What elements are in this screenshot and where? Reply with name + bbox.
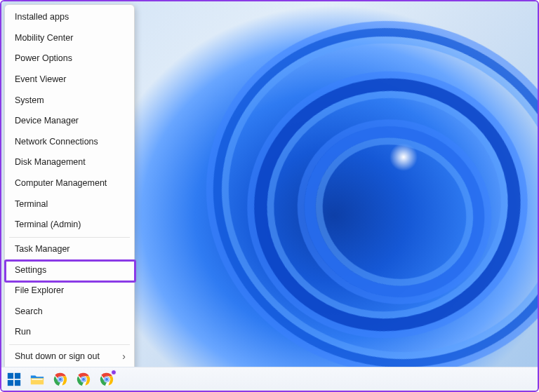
- winx-item-mobility-center[interactable]: Mobility Center: [5, 28, 134, 49]
- winx-item-power-options[interactable]: Power Options: [5, 48, 134, 69]
- svg-point-16: [105, 377, 108, 380]
- winx-item-system[interactable]: System: [5, 90, 134, 111]
- file-explorer-taskbar-icon[interactable]: [29, 371, 46, 388]
- winx-item-search[interactable]: Search: [5, 302, 134, 323]
- winx-item-label: Shut down or sign out: [15, 351, 100, 361]
- winx-item-label: Search: [15, 306, 43, 316]
- winx-item-label: Event Viewer: [15, 74, 66, 84]
- winx-item-run[interactable]: Run: [5, 322, 134, 343]
- winx-item-label: Terminal (Admin): [15, 219, 81, 229]
- chrome-icon: [53, 372, 68, 387]
- winx-item-label: Computer Management: [15, 178, 107, 188]
- winx-item-computer-management[interactable]: Computer Management: [5, 173, 134, 194]
- taskbar: [1, 367, 538, 391]
- winx-item-settings[interactable]: Settings: [5, 260, 134, 281]
- svg-rect-0: [8, 372, 13, 378]
- svg-rect-2: [8, 379, 13, 385]
- svg-point-8: [59, 377, 62, 380]
- winx-item-device-manager[interactable]: Device Manager: [5, 111, 134, 132]
- winx-item-disk-management[interactable]: Disk Management: [5, 152, 134, 173]
- svg-rect-1: [15, 372, 20, 378]
- winx-item-label: Run: [15, 327, 31, 337]
- menu-separator: [9, 344, 130, 345]
- winx-item-label: Terminal: [15, 199, 48, 209]
- winx-context-menu: Installed appsMobility CenterPower Optio…: [4, 4, 135, 391]
- svg-rect-3: [15, 379, 20, 385]
- svg-point-12: [82, 377, 85, 380]
- winx-item-label: Device Manager: [15, 116, 79, 126]
- winx-item-network-connections[interactable]: Network Connections: [5, 132, 134, 153]
- winx-item-label: System: [15, 95, 44, 105]
- winx-item-label: Network Connections: [15, 137, 98, 147]
- screenshot-frame: Installed appsMobility CenterPower Optio…: [0, 0, 539, 392]
- chrome-taskbar-icon-2[interactable]: [75, 371, 92, 388]
- winx-item-task-manager[interactable]: Task Manager: [5, 239, 134, 260]
- winx-item-label: Mobility Center: [15, 33, 73, 43]
- menu-separator: [9, 237, 130, 238]
- winx-item-label: Disk Management: [15, 157, 86, 167]
- winx-item-label: File Explorer: [15, 285, 64, 295]
- notification-badge-icon: [111, 370, 117, 375]
- winx-item-terminal-admin[interactable]: Terminal (Admin): [5, 215, 134, 236]
- winx-item-label: Installed apps: [15, 12, 69, 22]
- winx-item-event-viewer[interactable]: Event Viewer: [5, 69, 134, 90]
- windows-logo-icon: [6, 372, 22, 387]
- winx-item-label: Task Manager: [15, 244, 70, 254]
- winx-item-installed-apps[interactable]: Installed apps: [5, 7, 134, 28]
- chrome-icon: [76, 372, 91, 387]
- winx-item-file-explorer[interactable]: File Explorer: [5, 281, 134, 302]
- start-button[interactable]: [6, 371, 22, 388]
- folder-icon: [29, 372, 45, 387]
- chrome-taskbar-icon-1[interactable]: [52, 371, 69, 388]
- svg-rect-4: [32, 379, 43, 380]
- winx-item-terminal[interactable]: Terminal: [5, 194, 134, 215]
- winx-item-label: Power Options: [15, 53, 72, 63]
- winx-item-shut-down-or-sign-out[interactable]: Shut down or sign out: [5, 346, 134, 367]
- winx-item-label: Settings: [15, 265, 46, 275]
